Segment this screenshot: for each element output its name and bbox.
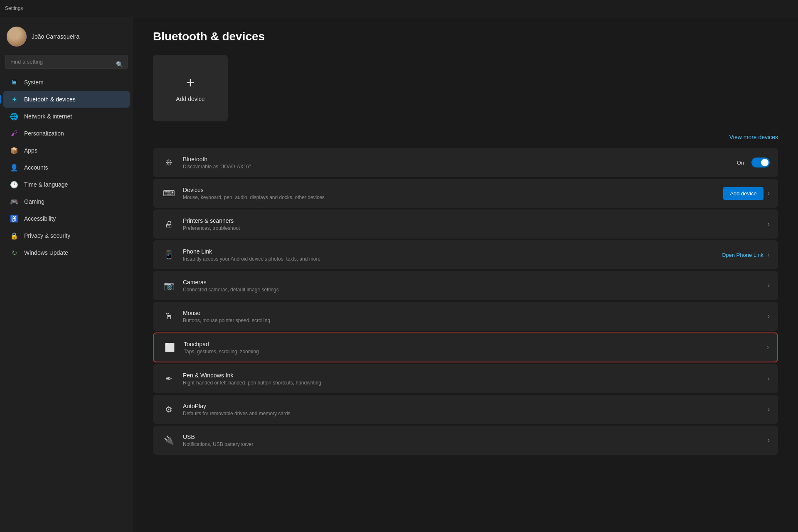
sidebar-item-network[interactable]: 🌐 Network & internet — [3, 108, 130, 125]
nav-label-update: Windows Update — [24, 249, 68, 256]
avatar — [7, 27, 27, 47]
sidebar-item-accounts[interactable]: 👤 Accounts — [3, 159, 130, 176]
row-desc-autoplay: Defaults for removable drives and memory… — [183, 411, 768, 416]
row-text-devices: Devices Mouse, keyboard, pen, audio, dis… — [183, 187, 723, 200]
row-icon-cameras: 📷 — [161, 278, 176, 293]
row-title-pen: Pen & Windows Ink — [183, 372, 768, 379]
link-phonelink[interactable]: Open Phone Link — [722, 252, 763, 258]
sidebar-item-accessibility[interactable]: ♿ Accessibility — [3, 210, 130, 227]
row-title-touchpad: Touchpad — [184, 341, 767, 347]
add-device-label: Add device — [176, 96, 204, 102]
row-title-printers: Printers & scanners — [183, 217, 768, 224]
settings-row-cameras[interactable]: 📷 Cameras Connected cameras, default ima… — [153, 271, 778, 300]
row-text-mouse: Mouse Buttons, mouse pointer speed, scro… — [183, 310, 768, 323]
settings-row-pen[interactable]: ✒ Pen & Windows Ink Right-handed or left… — [153, 364, 778, 393]
row-desc-mouse: Buttons, mouse pointer speed, scrolling — [183, 318, 768, 323]
chevron-icon-mouse: › — [768, 313, 770, 320]
row-text-cameras: Cameras Connected cameras, default image… — [183, 279, 768, 293]
chevron-icon-pen: › — [768, 375, 770, 382]
sidebar: João Carrasqueira 🔍 🖥 System ✦ Bluetooth… — [0, 17, 133, 532]
chevron-icon-autoplay: › — [768, 406, 770, 413]
row-desc-pen: Right-handed or left-handed, pen button … — [183, 380, 768, 386]
search-input[interactable] — [5, 55, 128, 69]
chevron-icon-devices: › — [768, 190, 770, 197]
row-title-cameras: Cameras — [183, 279, 768, 286]
row-desc-devices: Mouse, keyboard, pen, audio, displays an… — [183, 195, 723, 200]
row-icon-bluetooth: ❊ — [161, 155, 176, 170]
row-icon-printers: 🖨 — [161, 217, 176, 232]
row-desc-cameras: Connected cameras, default image setting… — [183, 287, 768, 293]
main-content: Bluetooth & devices + Add device View mo… — [133, 17, 798, 532]
nav-label-privacy: Privacy & security — [24, 232, 70, 239]
nav-icon-system: 🖥 — [10, 78, 18, 86]
row-icon-touchpad: ⬜ — [162, 340, 177, 355]
view-more-anchor[interactable]: View more devices — [729, 134, 778, 140]
nav-icon-time: 🕐 — [10, 180, 18, 189]
row-text-pen: Pen & Windows Ink Right-handed or left-h… — [183, 372, 768, 386]
settings-row-printers[interactable]: 🖨 Printers & scanners Preferences, troub… — [153, 209, 778, 239]
chevron-icon-phonelink: › — [768, 251, 770, 259]
row-desc-printers: Preferences, troubleshoot — [183, 225, 768, 231]
row-text-printers: Printers & scanners Preferences, trouble… — [183, 217, 768, 231]
settings-row-bluetooth[interactable]: ❊ Bluetooth Discoverable as "JOAO-AX16" … — [153, 148, 778, 177]
row-icon-mouse: 🖱 — [161, 309, 176, 324]
add-device-card[interactable]: + Add device — [153, 55, 228, 121]
nav-label-time: Time & language — [24, 181, 68, 188]
sidebar-item-update[interactable]: ↻ Windows Update — [3, 244, 130, 261]
row-text-usb: USB Notifications, USB battery saver — [183, 433, 768, 447]
row-desc-bluetooth: Discoverable as "JOAO-AX16" — [183, 164, 737, 170]
row-desc-touchpad: Taps, gestures, scrolling, zooming — [184, 349, 767, 355]
sidebar-item-time[interactable]: 🕐 Time & language — [3, 176, 130, 193]
chevron-icon-cameras: › — [768, 282, 770, 289]
row-icon-autoplay: ⚙ — [161, 402, 176, 417]
add-device-button-devices[interactable]: Add device — [723, 187, 763, 200]
row-title-phonelink: Phone Link — [183, 248, 722, 255]
row-title-mouse: Mouse — [183, 310, 768, 316]
row-icon-usb: 🔌 — [161, 433, 176, 448]
row-title-bluetooth: Bluetooth — [183, 156, 737, 163]
toggle-bluetooth[interactable] — [751, 158, 770, 167]
settings-row-usb[interactable]: 🔌 USB Notifications, USB battery saver › — [153, 426, 778, 455]
nav-icon-apps: 📦 — [10, 146, 18, 155]
nav-icon-update: ↻ — [10, 249, 18, 257]
nav-label-accounts: Accounts — [24, 164, 48, 171]
row-icon-devices: ⌨ — [161, 186, 176, 201]
titlebar-label: Settings — [5, 5, 23, 11]
titlebar: Settings — [0, 0, 798, 17]
sidebar-item-personalization[interactable]: 🖌 Personalization — [3, 125, 130, 142]
nav-label-bluetooth: Bluetooth & devices — [24, 96, 76, 103]
nav-icon-privacy: 🔒 — [10, 232, 18, 240]
chevron-icon-printers: › — [768, 220, 770, 228]
nav-icon-network: 🌐 — [10, 112, 18, 121]
nav-label-accessibility: Accessibility — [24, 215, 56, 222]
settings-rows: ❊ Bluetooth Discoverable as "JOAO-AX16" … — [153, 148, 778, 455]
nav-label-personalization: Personalization — [24, 130, 64, 137]
sidebar-item-apps[interactable]: 📦 Apps — [3, 142, 130, 159]
page-title: Bluetooth & devices — [153, 30, 778, 43]
toggle-label-bluetooth: On — [737, 160, 744, 166]
nav-icon-accounts: 👤 — [10, 163, 18, 172]
chevron-icon-touchpad: › — [767, 344, 769, 351]
view-more-link[interactable]: View more devices — [153, 130, 778, 145]
row-desc-phonelink: Instantly access your Android device's p… — [183, 256, 722, 262]
settings-row-phonelink[interactable]: 📱 Phone Link Instantly access your Andro… — [153, 240, 778, 269]
nav-icon-bluetooth: ✦ — [10, 95, 18, 103]
row-action-bluetooth: On — [737, 158, 770, 167]
row-text-touchpad: Touchpad Taps, gestures, scrolling, zoom… — [184, 341, 767, 355]
settings-row-mouse[interactable]: 🖱 Mouse Buttons, mouse pointer speed, sc… — [153, 302, 778, 331]
row-text-bluetooth: Bluetooth Discoverable as "JOAO-AX16" — [183, 156, 737, 170]
row-text-autoplay: AutoPlay Defaults for removable drives a… — [183, 403, 768, 416]
user-section: João Carrasqueira — [0, 22, 133, 55]
add-icon: + — [186, 74, 195, 91]
settings-row-autoplay[interactable]: ⚙ AutoPlay Defaults for removable drives… — [153, 395, 778, 424]
nav-label-apps: Apps — [24, 147, 37, 154]
settings-row-touchpad[interactable]: ⬜ Touchpad Taps, gestures, scrolling, zo… — [153, 332, 778, 362]
settings-row-devices[interactable]: ⌨ Devices Mouse, keyboard, pen, audio, d… — [153, 179, 778, 208]
row-icon-phonelink: 📱 — [161, 247, 176, 262]
sidebar-item-bluetooth[interactable]: ✦ Bluetooth & devices — [3, 91, 130, 108]
sidebar-item-privacy[interactable]: 🔒 Privacy & security — [3, 227, 130, 244]
row-title-devices: Devices — [183, 187, 723, 193]
sidebar-item-system[interactable]: 🖥 System — [3, 74, 130, 91]
nav-icon-gaming: 🎮 — [10, 197, 18, 206]
sidebar-item-gaming[interactable]: 🎮 Gaming — [3, 193, 130, 210]
